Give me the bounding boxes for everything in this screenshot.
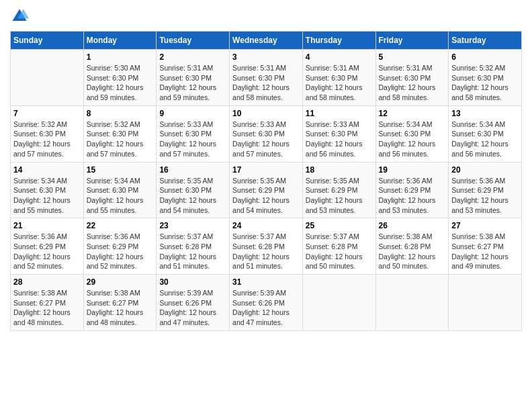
calendar-cell: 29Sunrise: 5:38 AM Sunset: 6:27 PM Dayli… xyxy=(83,275,157,331)
day-number: 12 xyxy=(379,109,446,118)
calendar-cell: 30Sunrise: 5:39 AM Sunset: 6:26 PM Dayli… xyxy=(157,275,230,331)
day-number: 28 xyxy=(13,277,81,287)
day-info: Sunrise: 5:33 AM Sunset: 6:30 PM Dayligh… xyxy=(232,120,300,159)
calendar-cell: 12Sunrise: 5:34 AM Sunset: 6:30 PM Dayli… xyxy=(375,105,449,162)
day-number: 25 xyxy=(306,221,373,230)
day-number: 21 xyxy=(13,221,81,230)
calendar-cell: 31Sunrise: 5:39 AM Sunset: 6:26 PM Dayli… xyxy=(230,275,303,331)
day-info: Sunrise: 5:38 AM Sunset: 6:27 PM Dayligh… xyxy=(87,288,154,328)
day-info: Sunrise: 5:32 AM Sunset: 6:30 PM Dayligh… xyxy=(87,120,154,159)
logo-icon xyxy=(10,7,29,26)
day-info: Sunrise: 5:34 AM Sunset: 6:30 PM Dayligh… xyxy=(451,120,519,159)
calendar-cell: 19Sunrise: 5:36 AM Sunset: 6:29 PM Dayli… xyxy=(375,162,449,218)
day-info: Sunrise: 5:39 AM Sunset: 6:26 PM Dayligh… xyxy=(232,288,300,328)
day-header-friday: Friday xyxy=(375,32,449,50)
calendar-cell: 14Sunrise: 5:34 AM Sunset: 6:30 PM Dayli… xyxy=(11,162,84,218)
calendar-cell: 6Sunrise: 5:32 AM Sunset: 6:30 PM Daylig… xyxy=(449,50,522,106)
day-info: Sunrise: 5:37 AM Sunset: 6:28 PM Dayligh… xyxy=(232,232,300,271)
day-info: Sunrise: 5:35 AM Sunset: 6:29 PM Dayligh… xyxy=(306,176,373,216)
day-info: Sunrise: 5:31 AM Sunset: 6:30 PM Dayligh… xyxy=(306,63,373,103)
calendar-cell: 2Sunrise: 5:31 AM Sunset: 6:30 PM Daylig… xyxy=(157,50,230,106)
calendar-cell: 26Sunrise: 5:38 AM Sunset: 6:28 PM Dayli… xyxy=(375,218,449,275)
day-info: Sunrise: 5:36 AM Sunset: 6:29 PM Dayligh… xyxy=(379,176,446,216)
day-info: Sunrise: 5:31 AM Sunset: 6:30 PM Dayligh… xyxy=(159,63,226,103)
day-header-wednesday: Wednesday xyxy=(230,32,303,50)
day-number: 29 xyxy=(87,277,154,287)
day-number: 10 xyxy=(232,109,300,118)
day-number: 23 xyxy=(159,221,226,230)
day-header-saturday: Saturday xyxy=(449,32,522,50)
calendar-cell: 15Sunrise: 5:34 AM Sunset: 6:30 PM Dayli… xyxy=(83,162,157,218)
day-number: 8 xyxy=(87,109,154,118)
day-info: Sunrise: 5:35 AM Sunset: 6:30 PM Dayligh… xyxy=(159,176,226,216)
calendar-cell: 8Sunrise: 5:32 AM Sunset: 6:30 PM Daylig… xyxy=(83,105,157,162)
day-info: Sunrise: 5:38 AM Sunset: 6:27 PM Dayligh… xyxy=(13,288,81,328)
day-number: 24 xyxy=(232,221,300,230)
calendar-week-row: 1Sunrise: 5:30 AM Sunset: 6:30 PM Daylig… xyxy=(11,50,522,106)
calendar-cell: 25Sunrise: 5:37 AM Sunset: 6:28 PM Dayli… xyxy=(302,218,375,275)
day-number: 3 xyxy=(232,52,300,62)
calendar-week-row: 28Sunrise: 5:38 AM Sunset: 6:27 PM Dayli… xyxy=(11,275,522,331)
calendar-cell: 10Sunrise: 5:33 AM Sunset: 6:30 PM Dayli… xyxy=(230,105,303,162)
calendar-cell: 16Sunrise: 5:35 AM Sunset: 6:30 PM Dayli… xyxy=(157,162,230,218)
day-info: Sunrise: 5:34 AM Sunset: 6:30 PM Dayligh… xyxy=(379,120,446,159)
day-number: 18 xyxy=(306,165,373,175)
day-number: 1 xyxy=(87,52,154,62)
day-info: Sunrise: 5:39 AM Sunset: 6:26 PM Dayligh… xyxy=(159,288,226,328)
day-header-thursday: Thursday xyxy=(302,32,375,50)
day-number: 13 xyxy=(451,109,519,118)
day-info: Sunrise: 5:36 AM Sunset: 6:29 PM Dayligh… xyxy=(451,176,519,216)
day-info: Sunrise: 5:33 AM Sunset: 6:30 PM Dayligh… xyxy=(306,120,373,159)
day-info: Sunrise: 5:38 AM Sunset: 6:27 PM Dayligh… xyxy=(451,232,519,271)
day-number: 27 xyxy=(451,221,519,230)
calendar-week-row: 21Sunrise: 5:36 AM Sunset: 6:29 PM Dayli… xyxy=(11,218,522,275)
day-number: 17 xyxy=(232,165,300,175)
calendar-cell xyxy=(449,275,522,331)
day-number: 20 xyxy=(451,165,519,175)
day-number: 5 xyxy=(379,52,446,62)
day-info: Sunrise: 5:33 AM Sunset: 6:30 PM Dayligh… xyxy=(159,120,226,159)
calendar-cell: 21Sunrise: 5:36 AM Sunset: 6:29 PM Dayli… xyxy=(11,218,84,275)
day-info: Sunrise: 5:34 AM Sunset: 6:30 PM Dayligh… xyxy=(13,176,81,216)
calendar-cell: 27Sunrise: 5:38 AM Sunset: 6:27 PM Dayli… xyxy=(449,218,522,275)
day-number: 26 xyxy=(379,221,446,230)
day-info: Sunrise: 5:34 AM Sunset: 6:30 PM Dayligh… xyxy=(87,176,154,216)
calendar-cell: 4Sunrise: 5:31 AM Sunset: 6:30 PM Daylig… xyxy=(302,50,375,106)
calendar-cell xyxy=(375,275,449,331)
day-number: 6 xyxy=(451,52,519,62)
logo xyxy=(10,7,32,26)
day-info: Sunrise: 5:38 AM Sunset: 6:28 PM Dayligh… xyxy=(379,232,446,271)
day-info: Sunrise: 5:32 AM Sunset: 6:30 PM Dayligh… xyxy=(13,120,81,159)
calendar-week-row: 7Sunrise: 5:32 AM Sunset: 6:30 PM Daylig… xyxy=(11,105,522,162)
calendar-week-row: 14Sunrise: 5:34 AM Sunset: 6:30 PM Dayli… xyxy=(11,162,522,218)
day-number: 2 xyxy=(159,52,226,62)
day-number: 19 xyxy=(379,165,446,175)
day-number: 4 xyxy=(306,52,373,62)
calendar-cell xyxy=(11,50,84,106)
day-number: 22 xyxy=(87,221,154,230)
calendar-table: SundayMondayTuesdayWednesdayThursdayFrid… xyxy=(10,31,522,331)
header xyxy=(10,7,522,26)
calendar-cell: 9Sunrise: 5:33 AM Sunset: 6:30 PM Daylig… xyxy=(157,105,230,162)
calendar-cell: 22Sunrise: 5:36 AM Sunset: 6:29 PM Dayli… xyxy=(83,218,157,275)
calendar-cell: 11Sunrise: 5:33 AM Sunset: 6:30 PM Dayli… xyxy=(302,105,375,162)
day-info: Sunrise: 5:35 AM Sunset: 6:29 PM Dayligh… xyxy=(232,176,300,216)
day-number: 31 xyxy=(232,277,300,287)
calendar-cell: 3Sunrise: 5:31 AM Sunset: 6:30 PM Daylig… xyxy=(230,50,303,106)
calendar-cell: 20Sunrise: 5:36 AM Sunset: 6:29 PM Dayli… xyxy=(449,162,522,218)
day-info: Sunrise: 5:30 AM Sunset: 6:30 PM Dayligh… xyxy=(87,63,154,103)
days-header-row: SundayMondayTuesdayWednesdayThursdayFrid… xyxy=(11,32,522,50)
day-number: 9 xyxy=(159,109,226,118)
calendar-cell: 7Sunrise: 5:32 AM Sunset: 6:30 PM Daylig… xyxy=(11,105,84,162)
calendar-cell: 1Sunrise: 5:30 AM Sunset: 6:30 PM Daylig… xyxy=(83,50,157,106)
day-info: Sunrise: 5:37 AM Sunset: 6:28 PM Dayligh… xyxy=(306,232,373,271)
calendar-cell: 17Sunrise: 5:35 AM Sunset: 6:29 PM Dayli… xyxy=(230,162,303,218)
calendar-cell: 28Sunrise: 5:38 AM Sunset: 6:27 PM Dayli… xyxy=(11,275,84,331)
day-number: 30 xyxy=(159,277,226,287)
calendar-cell: 13Sunrise: 5:34 AM Sunset: 6:30 PM Dayli… xyxy=(449,105,522,162)
day-number: 7 xyxy=(13,109,81,118)
day-number: 15 xyxy=(87,165,154,175)
calendar-cell: 18Sunrise: 5:35 AM Sunset: 6:29 PM Dayli… xyxy=(302,162,375,218)
day-info: Sunrise: 5:37 AM Sunset: 6:28 PM Dayligh… xyxy=(159,232,226,271)
day-info: Sunrise: 5:31 AM Sunset: 6:30 PM Dayligh… xyxy=(232,63,300,103)
